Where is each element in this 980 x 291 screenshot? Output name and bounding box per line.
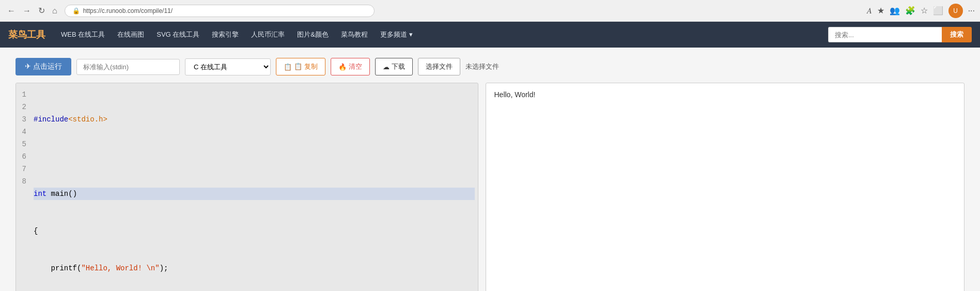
nav-tutorial[interactable]: 菜鸟教程 (336, 27, 373, 42)
download-icon: ☁ (383, 63, 390, 71)
run-button[interactable]: ✈ 点击运行 (15, 58, 71, 75)
line-num-4: 4 (20, 126, 26, 138)
accounts-icon[interactable]: 👥 (890, 6, 900, 16)
menu-icon[interactable]: ··· (968, 6, 975, 16)
search-area: 搜索 (828, 27, 972, 42)
brand-logo: 菜鸟工具 (8, 28, 45, 41)
nav-more-channels[interactable]: 更多频道 ▾ (375, 27, 418, 42)
nav-items: WEB 在线工具 在线画图 SVG 在线工具 搜索引擎 人民币汇率 图片&颜色 … (56, 27, 828, 42)
browser-nav-buttons: ← → ↻ ⌂ (5, 5, 59, 17)
nav-svg-tools[interactable]: SVG 在线工具 (151, 27, 205, 42)
choose-file-button[interactable]: 选择文件 (418, 58, 460, 75)
line-num-6: 6 (20, 150, 26, 163)
code-content[interactable]: #include <stdio.h> int main() { printf("… (30, 83, 478, 291)
nav-search-engine[interactable]: 搜索引擎 (207, 27, 244, 42)
forward-button[interactable]: → (21, 5, 33, 17)
refresh-button[interactable]: ↻ (36, 5, 47, 17)
nav-image-color[interactable]: 图片&颜色 (292, 27, 334, 42)
font-size-icon[interactable]: 𝐴 (867, 6, 872, 16)
nav-currency[interactable]: 人民币汇率 (246, 27, 290, 42)
main-content: ✈ 点击运行 C 在线工具 C++ 在线工具 Java 在线工具 Python3… (0, 48, 980, 291)
line-numbers: 1 2 3 4 5 6 7 8 (16, 83, 30, 291)
copy-label: 📋 复制 (294, 62, 318, 71)
top-navbar: 菜鸟工具 WEB 在线工具 在线画图 SVG 在线工具 搜索引擎 人民币汇率 图… (0, 22, 980, 48)
favorites-icon[interactable]: ★ (877, 6, 884, 16)
line-num-1: 1 (20, 88, 26, 101)
copy-icon: 📋 (284, 63, 292, 71)
clear-button[interactable]: 🔥 清空 (331, 58, 370, 75)
stdin-input[interactable] (76, 59, 180, 75)
browser-right-icons: 𝐴 ★ 👥 🧩 ☆ ⬜ U ··· (867, 4, 975, 18)
line-num-3: 3 (20, 113, 26, 126)
download-label: 下载 (392, 62, 405, 71)
fire-icon: 🔥 (338, 63, 347, 71)
line-num-2: 2 (20, 101, 26, 113)
line-num-8: 8 (20, 175, 26, 188)
download-button[interactable]: ☁ 下载 (375, 58, 413, 75)
back-button[interactable]: ← (5, 5, 18, 17)
code-line-1: #include <stdio.h> (34, 113, 475, 126)
language-select[interactable]: C 在线工具 C++ 在线工具 Java 在线工具 Python3 在线工具 (185, 58, 271, 75)
line-num-7: 7 (20, 163, 26, 175)
address-bar[interactable]: 🔒 https://c.runoob.com/compile/11/ (65, 5, 375, 17)
url-text: https://c.runoob.com/compile/11/ (83, 7, 173, 14)
pin-icon[interactable]: ☆ (921, 6, 928, 16)
code-editor-panel[interactable]: 1 2 3 4 5 6 7 8 #include <stdio.h> int m… (15, 83, 478, 291)
clear-label: 清空 (349, 62, 362, 71)
search-input[interactable] (828, 27, 942, 42)
search-button[interactable]: 搜索 (942, 27, 972, 42)
toolbar: ✈ 点击运行 C 在线工具 C++ 在线工具 Java 在线工具 Python3… (15, 58, 965, 75)
browser-chrome: ← → ↻ ⌂ 🔒 https://c.runoob.com/compile/1… (0, 0, 980, 22)
editor-output: 1 2 3 4 5 6 7 8 #include <stdio.h> int m… (15, 83, 965, 291)
copy-button[interactable]: 📋 📋 复制 (276, 58, 325, 75)
code-line-4: { (34, 225, 475, 237)
nav-web-tools[interactable]: WEB 在线工具 (56, 27, 110, 42)
code-editor-inner: 1 2 3 4 5 6 7 8 #include <stdio.h> int m… (16, 83, 478, 291)
code-line-5: printf("Hello, World! \n"); (34, 262, 475, 274)
avatar[interactable]: U (948, 4, 963, 18)
line-num-5: 5 (20, 138, 26, 150)
extensions-icon[interactable]: 🧩 (905, 6, 915, 16)
output-text: Hello, World! (494, 90, 536, 99)
code-line-3: int main() (34, 188, 475, 200)
nav-draw-online[interactable]: 在线画图 (112, 27, 149, 42)
browser-windows-icon[interactable]: ⬜ (933, 6, 943, 16)
code-line-2 (34, 150, 475, 163)
no-file-text: 未选择文件 (465, 62, 499, 71)
lock-icon: 🔒 (72, 7, 80, 14)
home-button[interactable]: ⌂ (50, 5, 59, 17)
output-panel: Hello, World! CSDN @lightchenliang (486, 83, 965, 291)
